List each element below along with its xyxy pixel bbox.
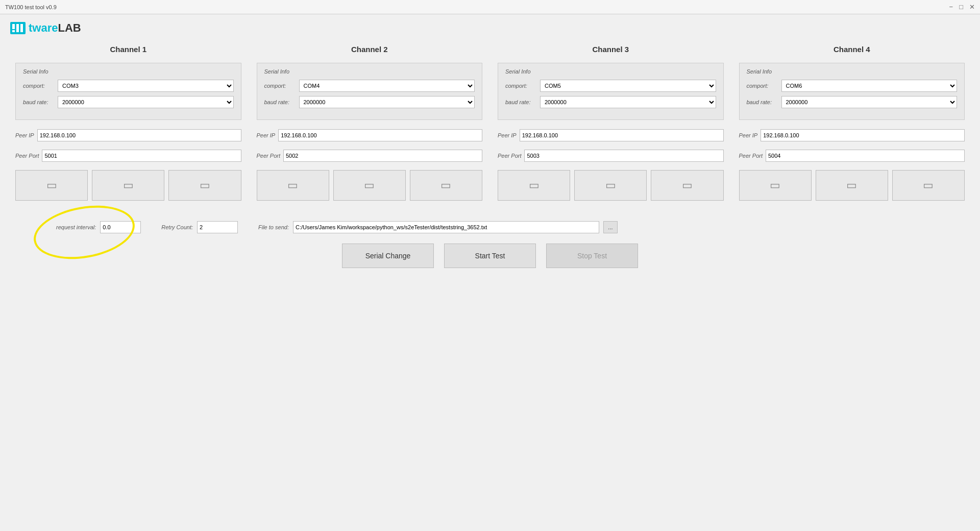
close-button[interactable]: ✕ [969, 3, 975, 11]
retry-count-label: Retry Count: [161, 224, 193, 230]
baudrate-select-channel2[interactable]: 96001152002000000 [299, 96, 475, 108]
indicator-2-channel3: ▭ [574, 170, 647, 201]
retry-count-input[interactable] [197, 221, 238, 233]
peer-ip-label-channel2: Peer IP [257, 132, 276, 138]
indicator-symbol-3-channel1: ▭ [200, 180, 210, 191]
peer-ip-input-channel4[interactable] [761, 129, 965, 141]
indicator-symbol-2-channel4: ▭ [846, 180, 857, 191]
stop-test-button[interactable]: Stop Test [546, 244, 638, 268]
svg-rect-1 [12, 24, 15, 29]
channel-title-channel2: Channel 2 [257, 45, 483, 54]
comport-label-channel1: comport: [23, 83, 54, 89]
request-interval-input[interactable] [100, 221, 141, 233]
baudrate-select-channel3[interactable]: 96001152002000000 [540, 96, 716, 108]
indicator-symbol-3-channel3: ▭ [682, 180, 693, 191]
peer-ip-row-channel3: Peer IP [498, 129, 724, 141]
browse-button[interactable]: ... [603, 221, 618, 233]
channel-channel4: Channel 4 Serial Info comport: COM1COM2C… [739, 45, 965, 206]
serial-info-box-channel1: Serial Info comport: COM1COM2COM3COM4COM… [15, 63, 241, 120]
indicator-symbol-3-channel4: ▭ [923, 180, 934, 191]
indicator-symbol-1-channel4: ▭ [770, 180, 780, 191]
indicators-row-channel4: ▭ ▭ ▭ [739, 170, 965, 201]
serial-info-box-channel2: Serial Info comport: COM1COM2COM3COM4COM… [257, 63, 483, 120]
channel-channel3: Channel 3 Serial Info comport: COM1COM2C… [498, 45, 724, 206]
indicator-symbol-1-channel2: ▭ [287, 180, 298, 191]
main-content: Channel 1 Serial Info comport: COM1COM2C… [0, 40, 980, 273]
file-to-send-label: File to send: [258, 224, 289, 230]
app-title: TW100 test tool v0.9 [5, 4, 57, 10]
serial-info-label-channel2: Serial Info [264, 68, 475, 75]
comport-row-channel3: comport: COM1COM2COM3COM4COM5COM6COM7COM… [505, 80, 716, 92]
peer-port-row-channel4: Peer Port [739, 150, 965, 162]
comport-select-channel1[interactable]: COM1COM2COM3COM4COM5COM6COM7COM8 [58, 80, 234, 92]
indicator-3-channel3: ▭ [651, 170, 723, 201]
serial-info-box-channel3: Serial Info comport: COM1COM2COM3COM4COM… [498, 63, 724, 120]
baudrate-row-channel4: baud rate: 96001152002000000 [747, 96, 958, 108]
indicator-3-channel1: ▭ [168, 170, 241, 201]
maximize-button[interactable]: □ [959, 3, 963, 11]
peer-port-label-channel3: Peer Port [498, 153, 521, 159]
window-controls: − □ ✕ [949, 3, 975, 11]
channels-row: Channel 1 Serial Info comport: COM1COM2C… [15, 45, 965, 206]
comport-row-channel1: comport: COM1COM2COM3COM4COM5COM6COM7COM… [23, 80, 234, 92]
comport-label-channel3: comport: [505, 83, 536, 89]
peer-port-input-channel4[interactable] [766, 150, 965, 162]
channel-channel1: Channel 1 Serial Info comport: COM1COM2C… [15, 45, 241, 206]
baudrate-label-channel4: baud rate: [747, 99, 777, 105]
serial-change-button[interactable]: Serial Change [342, 244, 434, 268]
baudrate-row-channel3: baud rate: 96001152002000000 [505, 96, 716, 108]
file-to-send-group: File to send: ... [258, 221, 954, 233]
peer-port-input-channel2[interactable] [283, 150, 482, 162]
channel-title-channel4: Channel 4 [739, 45, 965, 54]
indicator-1-channel2: ▭ [257, 170, 329, 201]
serial-info-label-channel3: Serial Info [505, 68, 716, 75]
baudrate-row-channel2: baud rate: 96001152002000000 [264, 96, 475, 108]
comport-select-channel3[interactable]: COM1COM2COM3COM4COM5COM6COM7COM8 [540, 80, 716, 92]
channel-title-channel3: Channel 3 [498, 45, 724, 54]
peer-port-row-channel1: Peer Port [15, 150, 241, 162]
comport-select-channel4[interactable]: COM1COM2COM3COM4COM5COM6COM7COM8 [781, 80, 958, 92]
start-test-button[interactable]: Start Test [444, 244, 536, 268]
minimize-button[interactable]: − [949, 3, 953, 11]
peer-port-row-channel2: Peer Port [257, 150, 483, 162]
svg-rect-4 [20, 24, 23, 32]
indicator-symbol-1-channel1: ▭ [46, 180, 57, 191]
indicator-2-channel1: ▭ [92, 170, 164, 201]
baudrate-select-channel4[interactable]: 96001152002000000 [781, 96, 958, 108]
file-to-send-input[interactable] [293, 221, 599, 233]
comport-select-channel2[interactable]: COM1COM2COM3COM4COM5COM6COM7COM8 [299, 80, 475, 92]
indicator-1-channel3: ▭ [498, 170, 570, 201]
peer-ip-input-channel3[interactable] [520, 129, 724, 141]
peer-ip-input-channel1[interactable] [37, 129, 241, 141]
peer-ip-input-channel2[interactable] [278, 129, 482, 141]
peer-ip-label-channel4: Peer IP [739, 132, 758, 138]
serial-info-box-channel4: Serial Info comport: COM1COM2COM3COM4COM… [739, 63, 965, 120]
request-interval-group: request interval: [56, 221, 141, 233]
logo-text: twareLAB [29, 21, 81, 35]
baudrate-label-channel1: baud rate: [23, 99, 54, 105]
baudrate-select-channel1[interactable]: 96001152002000000 [58, 96, 234, 108]
bottom-controls: request interval: Retry Count: File to s… [15, 221, 965, 268]
comport-label-channel4: comport: [747, 83, 777, 89]
comport-row-channel2: comport: COM1COM2COM3COM4COM5COM6COM7COM… [264, 80, 475, 92]
logo-area: twareLAB [0, 14, 980, 40]
serial-info-label-channel1: Serial Info [23, 68, 234, 75]
indicator-2-channel4: ▭ [816, 170, 888, 201]
serial-info-label-channel4: Serial Info [747, 68, 958, 75]
indicator-2-channel2: ▭ [333, 170, 406, 201]
indicator-symbol-3-channel2: ▭ [440, 180, 451, 191]
bottom-row1: request interval: Retry Count: File to s… [26, 221, 954, 233]
peer-ip-label-channel1: Peer IP [15, 132, 34, 138]
indicator-symbol-2-channel2: ▭ [364, 180, 375, 191]
peer-port-label-channel2: Peer Port [257, 153, 280, 159]
buttons-row: Serial Change Start Test Stop Test [26, 244, 954, 268]
peer-port-label-channel1: Peer Port [15, 153, 39, 159]
title-bar: TW100 test tool v0.9 − □ ✕ [0, 0, 980, 14]
peer-ip-row-channel4: Peer IP [739, 129, 965, 141]
peer-port-input-channel3[interactable] [524, 150, 723, 162]
indicator-1-channel1: ▭ [15, 170, 88, 201]
indicators-row-channel2: ▭ ▭ ▭ [257, 170, 483, 201]
peer-port-input-channel1[interactable] [42, 150, 241, 162]
indicators-row-channel3: ▭ ▭ ▭ [498, 170, 724, 201]
indicator-1-channel4: ▭ [739, 170, 812, 201]
